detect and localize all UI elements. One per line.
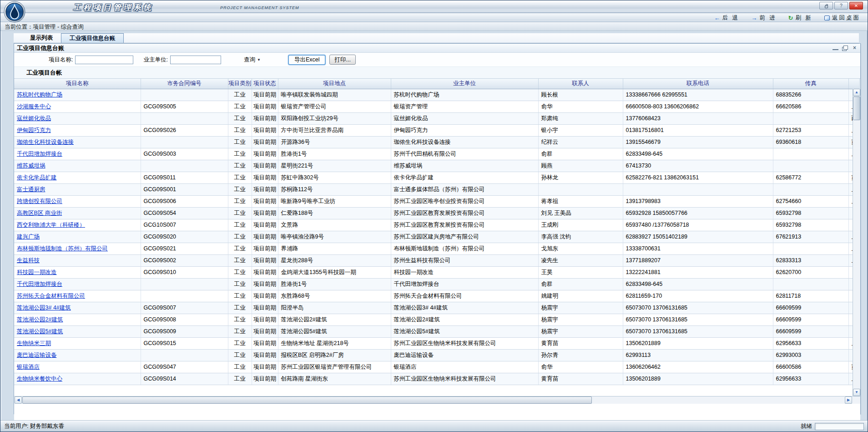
cell-owner: 苏州拓天合金材料有限公司	[391, 290, 538, 302]
cell-name: 千代田增加焊接台	[14, 278, 141, 290]
cell-fax: 62811718	[773, 290, 848, 302]
column-header-owner[interactable]: 业主单位	[391, 79, 538, 89]
close-button[interactable]: ✕	[849, 2, 863, 10]
export-excel-button[interactable]: 导出Excel	[288, 55, 326, 65]
cell-owner: 苏杭时代购物广场	[391, 89, 538, 101]
project-link[interactable]: 跨塘创投有限公司	[17, 198, 62, 204]
print-button[interactable]: 打印...	[329, 55, 355, 65]
column-header-contact[interactable]: 联系人	[538, 79, 623, 89]
cell-owner: 银瑞资产管理	[391, 101, 538, 112]
table-row: 富士通厨房GCG09S001工业项目前期苏桐路112号富士通多媒体部品（苏州）有…	[14, 183, 859, 195]
cell-location: 阳澄半岛	[278, 302, 391, 314]
query-dropdown-button[interactable]: 查询 ▼	[244, 56, 261, 64]
column-header-contract[interactable]: 市务合同编号	[141, 79, 228, 89]
cell-name: 跨塘创投有限公司	[14, 195, 141, 207]
project-link[interactable]: 庞巴迪运输设备	[17, 352, 57, 358]
cell-contact: 杨震宇	[538, 302, 623, 314]
project-name-input[interactable]	[75, 56, 133, 64]
cell-name: 苏杭时代购物广场	[14, 89, 141, 101]
panel-minimize-icon[interactable]	[833, 46, 838, 50]
project-link[interactable]: 莲池湖公园2#建筑	[17, 316, 63, 323]
cell-contract: GCG09S026	[141, 124, 228, 136]
cell-status: 项目前期	[252, 160, 278, 172]
column-header-fax[interactable]: 传真	[773, 79, 848, 89]
return-desktop-button[interactable]: 返回桌面	[824, 14, 860, 22]
scroll-right-icon[interactable]: ▶	[845, 396, 852, 404]
ready-label: 就绪	[801, 422, 812, 430]
project-link[interactable]: 生物纳米餐饮中心	[17, 376, 62, 382]
cell-owner: 伊甸园巧克力	[391, 124, 538, 136]
vertical-scrollbar[interactable]: ▲ ▼	[853, 89, 860, 396]
cell-location: 生物纳米地址 星湖街218号	[278, 337, 391, 349]
column-header-phone[interactable]: 联系电话	[623, 79, 773, 89]
project-link[interactable]: 维苏威坩埚	[17, 163, 45, 169]
industrial-ledger-panel: 工业项目信息台账 × 项目名称: 业主单位: 查询 ▼ 导出Excel 打印..…	[14, 43, 861, 414]
table-row: 银瑞酒店GCG09S047工业项目前期苏州工业园区银瑞资产管理有限公司银瑞酒店俞…	[14, 361, 859, 373]
cell-location: 莲池湖公园5#建筑	[278, 325, 391, 337]
forward-button[interactable]: → 前 进	[751, 14, 776, 22]
project-link[interactable]: 莲池湖公园5#建筑	[17, 328, 63, 335]
scroll-left-icon[interactable]: ◀	[15, 396, 22, 404]
return-desktop-label: 返回桌面	[832, 14, 860, 22]
lock-button[interactable]	[819, 2, 833, 10]
cell-fax: 65932798	[773, 219, 848, 231]
project-link[interactable]: 生物纳米三期	[17, 340, 51, 346]
project-link[interactable]: 布林顿斯地毯制造（苏州）有限公司	[17, 245, 108, 252]
project-link[interactable]: 苏杭时代购物广场	[17, 91, 62, 98]
table-row: 寇丝媚化妆品工业项目前期双阳路创投工业坊29号寇丝媚化妆品郑肃纯13776068…	[14, 112, 859, 124]
panel-restore-icon[interactable]	[842, 46, 848, 51]
cell-contract: GCG09S006	[141, 195, 228, 207]
cell-name: 银瑞酒店	[14, 361, 141, 373]
cell-owner: 苏州千代田精机有限公司	[391, 148, 538, 160]
cell-category: 工业	[228, 290, 252, 302]
scroll-up-icon[interactable]: ▲	[853, 89, 860, 96]
project-link[interactable]: 依卡化学品扩建	[17, 174, 57, 181]
project-link[interactable]: 寇丝媚化妆品	[17, 115, 51, 122]
table-row: 苏州拓天合金材料有限公司工业项目前期东胜路68号苏州拓天合金材料有限公司姚建明6…	[14, 290, 859, 302]
column-header-name[interactable]: 项目名称	[14, 79, 141, 89]
column-header-status[interactable]: 项目状态	[252, 79, 278, 89]
panel-close-icon[interactable]: ×	[852, 46, 858, 51]
cell-phone: 65937480 /13776058718	[623, 219, 773, 231]
cell-name: 沙湖服务中心	[14, 101, 141, 112]
column-header-extra[interactable]	[848, 79, 859, 89]
cell-fax: 66600586	[773, 361, 848, 373]
help-button[interactable]: ?	[834, 2, 848, 10]
project-link[interactable]: 科技园一期改造	[17, 269, 57, 275]
scroll-down-icon[interactable]: ▼	[853, 389, 860, 396]
project-link[interactable]: 富士通厨房	[17, 186, 45, 193]
tab-display-list[interactable]: 显示列表	[22, 33, 61, 43]
refresh-button[interactable]: ↻ 刷 新	[788, 14, 812, 22]
column-header-category[interactable]: 项目类别	[228, 79, 252, 89]
panel-title: 工业项目信息台账	[17, 44, 64, 52]
project-link[interactable]: 莲池湖公园3# 4#建筑	[17, 305, 71, 311]
project-link[interactable]: 伊甸园巧克力	[17, 127, 51, 133]
project-link[interactable]: 西交利物浦大学（科研楼）	[17, 222, 85, 228]
project-link[interactable]: 高教区B区 商业街	[17, 210, 62, 216]
breadcrumb: 当前位置：项目管理 - 综合查询	[0, 22, 868, 31]
project-link[interactable]: 苏州拓天合金材料有限公司	[17, 293, 85, 299]
project-link[interactable]: 千代田增加焊接台	[17, 281, 62, 287]
back-button[interactable]: ← 后 退	[714, 14, 739, 22]
cell-name: 富士通厨房	[14, 183, 141, 195]
tab-industrial-ledger[interactable]: 工业项目信息台账	[61, 33, 124, 43]
column-header-location[interactable]: 项目地点	[278, 79, 391, 89]
project-link[interactable]: 珈侬生化科技设备连接	[17, 139, 74, 145]
cell-phone: 62582276-821 13862063151	[623, 172, 773, 183]
vertical-scroll-thumb[interactable]	[853, 97, 860, 120]
table-row: 生物纳米餐饮中心GCG09S014工业项目前期创苑路南 星湖街东苏州工业园区生物…	[14, 373, 859, 385]
cell-contact: 俞华	[538, 361, 623, 373]
project-link[interactable]: 生益科技	[17, 257, 40, 264]
project-link[interactable]: 千代田增加焊接台	[17, 151, 62, 157]
owner-unit-input[interactable]	[170, 56, 221, 64]
cell-phone	[623, 183, 773, 195]
cell-fax: 62586772	[773, 172, 848, 183]
horizontal-scrollbar[interactable]: ◀ ▶	[14, 396, 860, 404]
project-link[interactable]: 沙湖服务中心	[17, 103, 51, 110]
app-title: 工程项目管理系统	[73, 2, 153, 13]
horizontal-scroll-thumb[interactable]	[22, 396, 592, 404]
project-link[interactable]: 建兴广场	[17, 234, 40, 240]
cell-category: 工业	[228, 172, 252, 183]
project-link[interactable]: 银瑞酒店	[17, 364, 40, 370]
cell-location: 星明街221号	[278, 160, 391, 172]
